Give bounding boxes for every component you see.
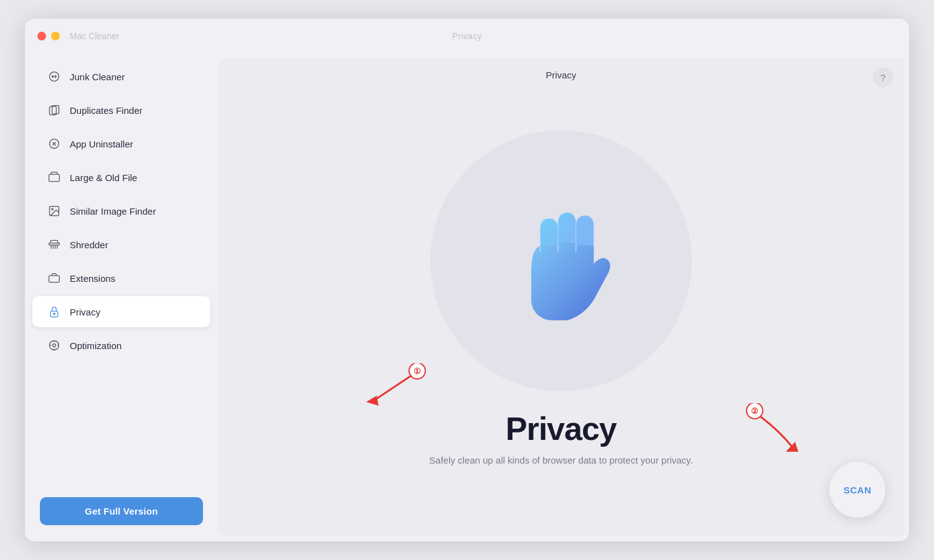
get-full-version-button[interactable]: Get Full Version <box>40 497 203 525</box>
sidebar-item-app-uninstaller[interactable]: App Uninstaller <box>32 128 210 159</box>
privacy-description: Safely clean up all kinds of browser dat… <box>429 455 692 465</box>
sidebar-item-junk-cleaner[interactable]: Junk Cleaner <box>32 61 210 92</box>
svg-point-15 <box>409 363 425 379</box>
optimization-icon <box>47 338 61 352</box>
svg-point-9 <box>54 313 55 315</box>
privacy-label: Privacy <box>70 307 100 317</box>
optimization-label: Optimization <box>70 340 121 351</box>
duplicates-finder-label: Duplicates Finder <box>70 105 143 116</box>
sidebar-item-duplicates-finder[interactable]: Duplicates Finder <box>32 95 210 126</box>
content-area: Privacy ? <box>218 58 904 536</box>
privacy-heading: Privacy <box>506 410 616 447</box>
window-title: Privacy <box>452 31 482 41</box>
privacy-hand-icon <box>499 192 623 329</box>
app-name: Mac Cleaner <box>70 31 119 41</box>
scan-button-container: SCAN <box>829 462 885 518</box>
sidebar-item-similar-image-finder[interactable]: Similar Image Finder <box>32 195 210 226</box>
sidebar-item-optimization[interactable]: Optimization <box>32 330 210 361</box>
content-header-title: Privacy <box>545 70 576 80</box>
traffic-lights <box>37 32 60 40</box>
annotation-1: ① <box>355 363 430 416</box>
help-button[interactable]: ? <box>873 67 893 87</box>
svg-rect-4 <box>49 174 60 182</box>
svg-text:①: ① <box>413 366 421 376</box>
similar-image-finder-label: Similar Image Finder <box>70 206 156 217</box>
svg-rect-7 <box>49 243 60 245</box>
duplicates-finder-icon <box>47 103 61 117</box>
content-header: Privacy ? <box>218 58 904 91</box>
minimize-button[interactable] <box>51 32 60 40</box>
scan-button[interactable]: SCAN <box>829 462 885 518</box>
sidebar: Junk Cleaner Duplicates Finder App Unins… <box>25 54 218 541</box>
svg-point-6 <box>52 208 54 210</box>
annotation-2: ② <box>745 403 808 462</box>
large-old-file-icon <box>47 170 61 184</box>
svg-point-11 <box>53 344 56 347</box>
svg-marker-20 <box>786 442 798 452</box>
app-uninstaller-label: App Uninstaller <box>70 139 133 149</box>
close-button[interactable] <box>37 32 46 40</box>
sidebar-item-extensions[interactable]: Extensions <box>32 263 210 294</box>
similar-image-finder-icon <box>47 204 61 218</box>
extensions-label: Extensions <box>70 273 115 284</box>
title-bar: Mac Cleaner Privacy <box>25 19 909 54</box>
sidebar-item-large-old-file[interactable]: Large & Old File <box>32 162 210 193</box>
svg-point-18 <box>747 403 763 419</box>
shredder-label: Shredder <box>70 240 108 250</box>
privacy-icon <box>47 305 61 319</box>
sidebar-bottom: Get Full Version <box>25 487 218 535</box>
large-old-file-label: Large & Old File <box>70 172 137 183</box>
junk-cleaner-label: Junk Cleaner <box>70 72 125 82</box>
sidebar-item-shredder[interactable]: Shredder <box>32 229 210 260</box>
junk-cleaner-icon <box>47 70 61 83</box>
app-window: Mac Cleaner Privacy Junk Cleaner Duplica… <box>25 19 909 541</box>
main-content: Junk Cleaner Duplicates Finder App Unins… <box>25 54 909 541</box>
extensions-icon <box>47 271 61 285</box>
svg-marker-17 <box>366 396 379 406</box>
svg-text:②: ② <box>751 406 758 416</box>
privacy-circle <box>430 130 692 391</box>
sidebar-item-privacy[interactable]: Privacy <box>32 296 210 327</box>
app-uninstaller-icon <box>47 137 61 151</box>
shredder-icon <box>47 238 61 251</box>
